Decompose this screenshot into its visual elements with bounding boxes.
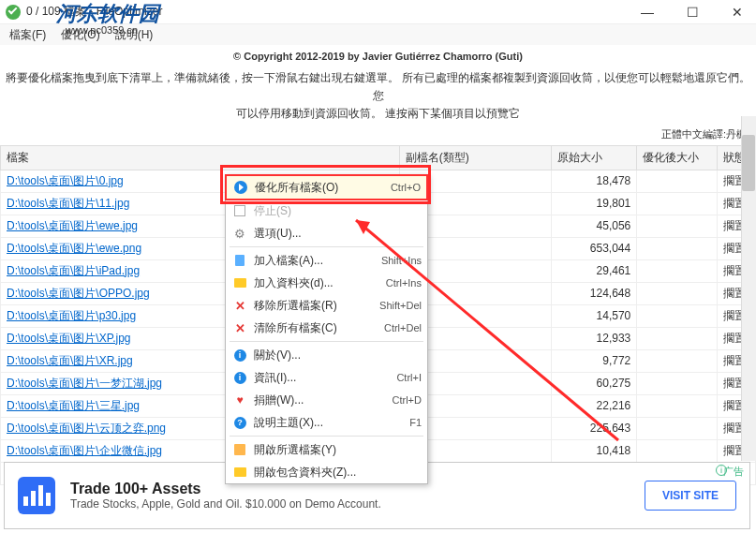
ctx-info-label: 資訊(I)... <box>254 370 396 386</box>
ctx-help-topic[interactable]: ? 說明主題(X)... F1 <box>226 411 427 434</box>
heart-icon: ♥ <box>231 392 248 407</box>
scrollbar-thumb[interactable] <box>742 135 755 191</box>
col-header-file[interactable]: 檔案 <box>1 145 400 170</box>
maximize-button[interactable]: ☐ <box>679 5 705 20</box>
ctx-options-label: 選項(U)... <box>254 226 422 242</box>
file-link[interactable]: D:\tools\桌面\图片\11.jpg <box>7 197 129 210</box>
ctx-optimize-label: 優化所有檔案(O) <box>255 180 391 196</box>
play-icon <box>232 180 249 195</box>
question-icon: ? <box>231 415 248 430</box>
gear-icon: ⚙ <box>231 226 248 241</box>
ctx-help-shortcut: F1 <box>409 417 422 428</box>
ctx-open-selected[interactable]: 開啟所選檔案(Y) <box>226 438 427 461</box>
ad-label: 广告 <box>723 465 744 479</box>
cell-opt-size <box>637 394 718 417</box>
ctx-separator <box>230 436 423 437</box>
ctx-removesel-label: 移除所選檔案(R) <box>254 298 379 314</box>
menu-bar: 檔案(F) 優化(O) 說明(H) <box>0 24 756 45</box>
file-link[interactable]: D:\tools\桌面\图片\0.jpg <box>7 174 124 187</box>
open-file-icon <box>231 442 248 457</box>
ctx-donate-shortcut: Ctrl+D <box>393 394 422 406</box>
cell-opt-size <box>637 417 718 439</box>
cell-orig-size: 9,772 <box>552 349 637 372</box>
menu-optimize[interactable]: 優化(O) <box>53 25 107 45</box>
cell-orig-size: 19,801 <box>552 192 637 215</box>
translator-credit: 正體中文編譯:丹楓 <box>0 126 756 145</box>
cell-orig-size: 124,648 <box>552 282 637 304</box>
ctx-opensel-label: 開啟所選檔案(Y) <box>254 442 422 458</box>
cell-opt-size <box>637 170 718 192</box>
instr-line1: 將要優化檔案拖曳到底下清單上，準備就緒後，按一下滑鼠右鍵出現右鍵選單。 所有已處… <box>6 71 750 102</box>
ctx-donate[interactable]: ♥ 捐贈(W)... Ctrl+D <box>226 389 427 411</box>
ctx-add-folder[interactable]: 加入資料夾(d)... Ctrl+Ins <box>226 272 427 294</box>
ctx-addfile-label: 加入檔案(A)... <box>254 253 381 269</box>
ctx-openfolder-label: 開啟包含資料夾(Z)... <box>254 465 422 481</box>
cell-opt-size <box>637 349 718 372</box>
cell-opt-size <box>637 192 718 215</box>
open-folder-icon <box>231 465 248 480</box>
file-link[interactable]: D:\tools\桌面\图片\一梦江湖.jpg <box>7 377 162 390</box>
cell-orig-size: 22,216 <box>552 394 637 417</box>
instr-line2: 可以停用移動到資源回收筒。 連按兩下某個項目以預覽它 <box>236 107 520 120</box>
ctx-clearall-label: 清除所有檔案(C) <box>254 320 384 336</box>
cell-orig-size: 18,478 <box>552 170 637 192</box>
ctx-addfile-shortcut: Shift+Ins <box>381 255 422 266</box>
ad-subtitle: Trade Stocks, Apple, Gold and Oil. $10.0… <box>70 497 381 511</box>
col-header-opt[interactable]: 優化後大小 <box>637 145 718 170</box>
ctx-remove-selected[interactable]: ✕ 移除所選檔案(R) Shift+Del <box>226 294 427 317</box>
minimize-button[interactable]: — <box>634 5 660 20</box>
ctx-clear-all[interactable]: ✕ 清除所有檔案(C) Ctrl+Del <box>226 317 427 339</box>
col-header-orig[interactable]: 原始大小 <box>552 145 637 170</box>
file-link[interactable]: D:\tools\桌面\图片\ewe.jpg <box>7 219 138 232</box>
ctx-stop-label: 停止(S) <box>254 203 422 219</box>
file-link[interactable]: D:\tools\桌面\图片\OPPO.jpg <box>7 287 150 300</box>
ctx-add-file[interactable]: 加入檔案(A)... Shift+Ins <box>226 249 427 272</box>
folder-icon <box>231 275 248 290</box>
ctx-clearall-shortcut: Ctrl+Del <box>384 322 422 333</box>
file-link[interactable]: D:\tools\桌面\图片\云顶之弈.png <box>7 422 166 435</box>
close-button[interactable]: ✕ <box>724 5 750 20</box>
menu-file[interactable]: 檔案(F) <box>2 25 53 45</box>
file-link[interactable]: D:\tools\桌面\图片\三星.jpg <box>7 399 140 412</box>
ctx-addfolder-label: 加入資料夾(d)... <box>254 275 386 291</box>
cell-opt-size <box>637 372 718 394</box>
ctx-info[interactable]: i 資訊(I)... Ctrl+I <box>226 366 427 389</box>
ctx-about-label: 關於(V)... <box>254 348 422 363</box>
instructions-text: 將要優化檔案拖曳到底下清單上，準備就緒後，按一下滑鼠右鍵出現右鍵選單。 所有已處… <box>0 64 756 126</box>
app-icon <box>6 5 21 20</box>
file-link[interactable]: D:\tools\桌面\图片\ewe.png <box>7 242 141 255</box>
cell-opt-size <box>637 304 718 327</box>
cell-orig-size: 45,056 <box>552 215 637 237</box>
file-link[interactable]: D:\tools\桌面\图片\企业微信.jpg <box>7 444 162 457</box>
cell-opt-size <box>637 327 718 349</box>
ctx-separator <box>230 341 423 342</box>
file-link[interactable]: D:\tools\桌面\图片\XP.jpg <box>7 332 131 345</box>
cell-orig-size: 14,570 <box>552 304 637 327</box>
cell-orig-size: 653,044 <box>552 237 637 259</box>
menu-help[interactable]: 說明(H) <box>108 25 161 45</box>
cell-orig-size: 10,418 <box>552 439 637 462</box>
cell-opt-size <box>637 259 718 282</box>
ctx-separator <box>230 246 423 247</box>
file-link[interactable]: D:\tools\桌面\图片\iPad.jpg <box>7 264 140 277</box>
cell-opt-size <box>637 215 718 237</box>
remove-icon: ✕ <box>231 298 248 313</box>
cell-orig-size: 60,275 <box>552 372 637 394</box>
ctx-donate-label: 捐贈(W)... <box>254 392 393 408</box>
ad-visit-button[interactable]: VISIT SITE <box>645 481 736 511</box>
copyright-text: © Copyright 2012-2019 by Javier Gutiérre… <box>0 45 756 64</box>
ctx-optimize-all[interactable]: 優化所有檔案(O) Ctrl+O <box>225 174 428 200</box>
cell-orig-size: 225,643 <box>552 417 637 439</box>
vertical-scrollbar[interactable] <box>741 116 756 461</box>
ctx-optimize-shortcut: Ctrl+O <box>391 182 421 193</box>
col-header-ext[interactable]: 副檔名(類型) <box>399 145 551 170</box>
ctx-help-label: 說明主題(X)... <box>254 415 409 431</box>
ctx-about[interactable]: i 關於(V)... <box>226 344 427 366</box>
cell-orig-size: 29,461 <box>552 259 637 282</box>
ctx-options[interactable]: ⚙ 選項(U)... <box>226 222 427 244</box>
ctx-open-containing-folder[interactable]: 開啟包含資料夾(Z)... <box>226 461 427 483</box>
ad-text: Trade 100+ Assets Trade Stocks, Apple, G… <box>70 481 381 511</box>
file-link[interactable]: D:\tools\桌面\图片\p30.jpg <box>7 309 136 322</box>
cell-orig-size: 12,933 <box>552 327 637 349</box>
file-link[interactable]: D:\tools\桌面\图片\XR.jpg <box>7 354 133 367</box>
